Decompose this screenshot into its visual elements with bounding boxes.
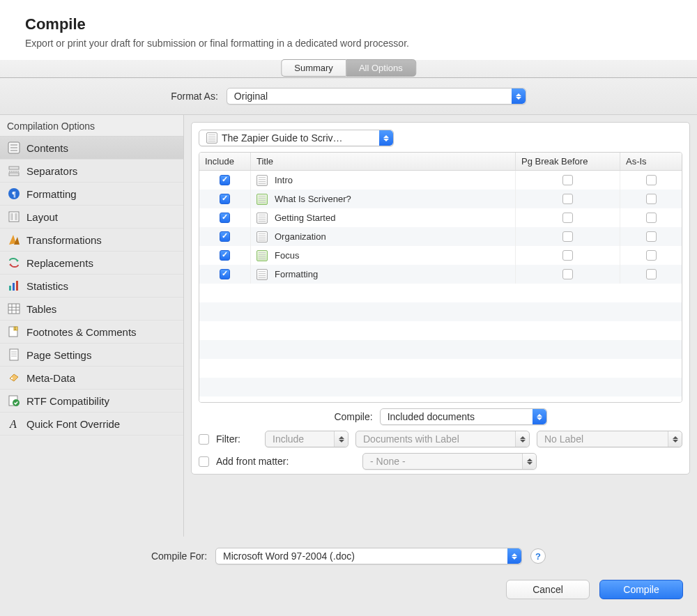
svg-rect-19 [8,304,20,314]
pgbreak-checkbox[interactable] [562,175,573,185]
include-checkbox[interactable] [220,269,230,279]
chevron-up-down-icon [515,431,529,447]
sidebar-item-label: Separators [26,165,77,177]
text-doc-icon [256,175,268,186]
include-checkbox[interactable] [220,213,230,223]
pgbreak-checkbox[interactable] [562,250,573,261]
text-doc-icon [256,269,268,280]
table-row[interactable]: What Is Scrivener? [199,190,682,208]
folder-doc-icon [256,194,268,205]
cancel-button[interactable]: Cancel [506,580,590,599]
asis-checkbox[interactable] [646,175,657,185]
help-button[interactable]: ? [530,548,546,564]
sidebar-item-contents[interactable]: Contents [0,137,183,160]
pgbreak-checkbox[interactable] [562,194,573,204]
compile-button[interactable]: Compile [599,580,683,599]
table-row[interactable]: Formatting [199,265,682,284]
table-row[interactable]: Organization [199,227,682,246]
compile-for-label: Compile For: [151,550,207,562]
text-doc-icon [256,213,268,224]
compile-filter-label: Compile: [334,411,372,422]
filter-mode-value: Include [273,433,304,445]
filter-checkbox[interactable] [199,434,209,445]
sidebar-item-label: Tables [26,303,56,315]
sidebar-item-label: Page Settings [26,349,91,361]
front-matter-popup[interactable]: - None - [362,453,537,470]
svg-point-31 [11,378,13,380]
col-pgbreak[interactable]: Pg Break Before [516,153,620,170]
filter-criterion-popup[interactable]: Documents with Label [355,431,530,447]
table-row[interactable]: Getting Started [199,208,682,227]
col-include[interactable]: Include [199,153,251,170]
source-value: The Zapier Guide to Scriv… [222,132,343,144]
rtf-compat-icon [7,394,21,408]
compile-filter-popup[interactable]: Included documents [380,408,547,425]
sidebar-item-statistics[interactable]: Statistics [0,275,183,298]
sidebar-item-rtf-compat[interactable]: RTF Compatibility [0,390,183,413]
svg-rect-11 [15,213,17,220]
sidebar-item-label: Layout [26,211,58,223]
asis-checkbox[interactable] [646,213,657,223]
pgbreak-checkbox[interactable] [562,269,573,279]
sidebar-item-separators[interactable]: Separators [0,160,183,183]
sidebar-item-meta-data[interactable]: Meta-Data [0,367,183,390]
svg-marker-15 [9,263,11,266]
chevron-up-down-icon [522,454,536,469]
filter-value-popup[interactable]: No Label [537,431,682,447]
font-override-icon: A [7,417,21,431]
sidebar-item-footnotes[interactable]: 1 Footnotes & Comments [0,321,183,344]
svg-rect-6 [9,173,19,176]
asis-checkbox[interactable] [646,194,657,204]
binder-icon [206,132,217,144]
table-row[interactable]: Intro [199,171,682,190]
col-title[interactable]: Title [251,153,516,170]
tab-summary-label: Summary [294,63,333,73]
statistics-icon [7,279,21,293]
svg-marker-14 [17,259,19,262]
tab-all-options[interactable]: All Options [346,59,416,77]
doc-title: Organization [275,231,326,242]
sidebar-item-transformations[interactable]: Transformations [0,229,183,252]
dialog-subtitle: Export or print your draft for submissio… [25,38,672,49]
table-row[interactable]: Focus [199,246,682,265]
page-settings-icon [7,348,21,362]
svg-text:A: A [9,418,17,430]
include-checkbox[interactable] [220,194,230,204]
front-matter-label: Add front matter: [216,456,355,467]
doc-title: Getting Started [275,213,335,223]
filter-mode-popup[interactable]: Include [265,431,348,447]
col-asis[interactable]: As-Is [620,153,682,170]
layout-icon [7,210,21,224]
format-as-popup[interactable]: Original [227,88,526,105]
sidebar-item-font-override[interactable]: A Quick Font Override [0,413,183,436]
sidebar-item-label: RTF Compatibility [26,395,109,407]
asis-checkbox[interactable] [646,269,657,279]
sidebar-item-page-settings[interactable]: Page Settings [0,344,183,367]
include-checkbox[interactable] [220,250,230,261]
tab-summary[interactable]: Summary [281,59,346,77]
sidebar-item-layout[interactable]: Layout [0,206,183,229]
include-checkbox[interactable] [220,231,230,242]
compile-for-popup[interactable]: Microsoft Word 97-2004 (.doc) [215,548,522,564]
format-as-value: Original [234,91,268,102]
source-popup[interactable]: The Zapier Guide to Scriv… [199,130,394,146]
chevron-up-down-icon [512,88,526,104]
pgbreak-checkbox[interactable] [562,231,573,242]
sidebar-item-tables[interactable]: Tables [0,298,183,321]
sidebar-item-label: Meta-Data [26,372,75,384]
front-matter-checkbox[interactable] [199,456,209,467]
separators-icon [7,164,21,178]
svg-rect-17 [13,283,15,291]
sidebar-item-replacements[interactable]: Replacements [0,252,183,275]
svg-rect-4 [9,167,19,169]
compilation-options-sidebar: Compilation Options Contents Separators … [0,115,184,537]
svg-rect-18 [16,281,18,291]
include-checkbox[interactable] [220,175,230,185]
sidebar-item-formatting[interactable]: ¶ Formatting [0,183,183,206]
asis-checkbox[interactable] [646,250,657,261]
pgbreak-checkbox[interactable] [562,213,573,223]
sidebar-header: Compilation Options [0,115,183,137]
sidebar-item-label: Contents [26,142,68,154]
asis-checkbox[interactable] [646,231,657,242]
contents-panel: The Zapier Guide to Scriv… Include Title… [191,122,690,475]
